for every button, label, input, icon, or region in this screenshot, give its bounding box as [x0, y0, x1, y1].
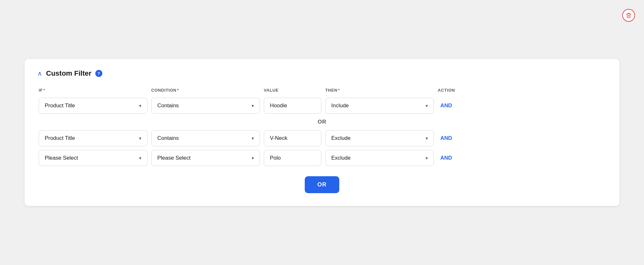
then-select-1[interactable]: Include ▾: [325, 98, 434, 114]
or-divider: OR: [37, 119, 607, 125]
then-select-2[interactable]: Exclude ▾: [325, 130, 434, 146]
condition-select-2[interactable]: Contains ▾: [151, 130, 260, 146]
if-select-3[interactable]: Please Select ▾: [39, 150, 147, 166]
custom-filter-panel: ∧ Custom Filter ? IF CONDITION VALUE THE…: [25, 59, 619, 206]
help-icon[interactable]: ?: [95, 70, 102, 77]
or-button[interactable]: OR: [305, 176, 340, 193]
chevron-down-icon: ▾: [139, 136, 141, 141]
value-input-3[interactable]: [264, 150, 321, 166]
panel-header: ∧ Custom Filter ?: [37, 69, 607, 78]
then-select-3-value: Exclude: [331, 155, 350, 161]
chevron-down-icon: ▾: [139, 155, 141, 161]
chevron-down-icon: ▾: [252, 155, 254, 161]
filter-row-1: Product Title ▾ Contains ▾ Include ▾ AND: [37, 98, 607, 114]
value-input-2[interactable]: [264, 130, 321, 146]
col-header-condition: CONDITION: [151, 88, 260, 93]
filter-row-3: Please Select ▾ Please Select ▾ Exclude …: [37, 150, 607, 166]
table-headers: IF CONDITION VALUE THEN ACTION: [37, 88, 607, 93]
panel-title: Custom Filter: [46, 69, 91, 78]
if-select-1[interactable]: Product Title ▾: [39, 98, 147, 114]
value-input-1[interactable]: [264, 98, 321, 114]
condition-select-1-value: Contains: [157, 102, 179, 109]
if-select-3-value: Please Select: [45, 155, 78, 161]
then-select-2-value: Exclude: [331, 135, 350, 141]
delete-top-button[interactable]: [622, 9, 635, 22]
col-header-then: THEN: [325, 88, 434, 93]
if-select-2[interactable]: Product Title ▾: [39, 130, 147, 146]
chevron-down-icon: ▾: [252, 103, 254, 108]
action-and-2[interactable]: AND: [438, 135, 476, 141]
chevron-down-icon: ▾: [252, 136, 254, 141]
main-container: ∧ Custom Filter ? IF CONDITION VALUE THE…: [0, 0, 644, 265]
condition-select-2-value: Contains: [157, 135, 179, 141]
then-select-3[interactable]: Exclude ▾: [325, 150, 434, 166]
col-header-action: ACTION: [438, 88, 476, 93]
action-and-3[interactable]: AND: [438, 155, 476, 161]
col-header-value: VALUE: [264, 88, 321, 93]
condition-select-3[interactable]: Please Select ▾: [151, 150, 260, 166]
chevron-down-icon: ▾: [426, 155, 428, 161]
condition-select-3-value: Please Select: [157, 155, 191, 161]
then-select-1-value: Include: [331, 102, 349, 109]
col-header-if: IF: [39, 88, 147, 93]
if-select-1-value: Product Title: [45, 102, 75, 109]
condition-select-1[interactable]: Contains ▾: [151, 98, 260, 114]
action-and-1[interactable]: AND: [438, 102, 476, 109]
chevron-down-icon: ▾: [426, 103, 428, 108]
chevron-down-icon: ▾: [426, 136, 428, 141]
chevron-down-icon: ▾: [139, 103, 141, 108]
filter-table: IF CONDITION VALUE THEN ACTION Product T…: [37, 88, 607, 166]
filter-row-2: Product Title ▾ Contains ▾ Exclude ▾ AND: [37, 130, 607, 146]
collapse-icon[interactable]: ∧: [37, 70, 42, 77]
if-select-2-value: Product Title: [45, 135, 75, 141]
